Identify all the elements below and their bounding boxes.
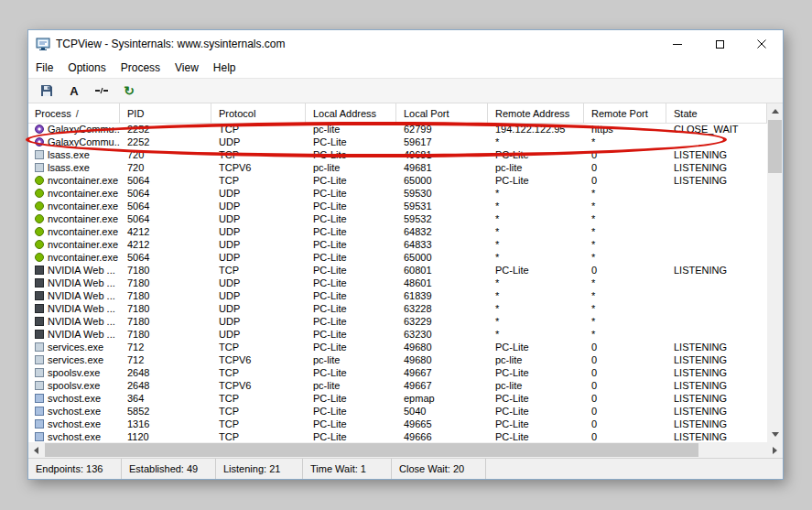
table-row[interactable]: NVIDIA Web ... 7180 UDP PC-Lite 48601 * … xyxy=(28,277,767,289)
cell-remote-address: * xyxy=(488,136,584,148)
close-icon xyxy=(757,39,766,49)
app-icon xyxy=(36,37,50,51)
cell-remote-address: pc-lite xyxy=(488,161,584,174)
cell-remote-port: * xyxy=(584,302,666,315)
vertical-scroll-thumb[interactable] xyxy=(768,120,782,173)
column-header[interactable]: Protocol xyxy=(211,103,306,123)
table-row[interactable]: svchost.exe 1316 TCP PC-Lite 49665 PC-Li… xyxy=(28,418,767,430)
menu-item[interactable]: File xyxy=(28,58,60,78)
table-row[interactable]: NVIDIA Web ... 7180 TCP PC-Lite 60801 PC… xyxy=(28,264,767,277)
column-header[interactable]: Local Address xyxy=(306,103,396,123)
column-header[interactable]: Process / xyxy=(28,103,120,123)
status-filler xyxy=(486,459,783,479)
close-button[interactable] xyxy=(741,30,783,58)
cell-state: LISTENING xyxy=(666,264,767,277)
cell-remote-address: PC-Lite xyxy=(488,392,584,405)
column-header[interactable]: PID xyxy=(120,103,211,123)
font-button[interactable]: A xyxy=(63,81,85,101)
scroll-right-button[interactable] xyxy=(767,442,783,458)
process-icon xyxy=(35,317,44,326)
column-header[interactable]: State xyxy=(666,103,767,123)
process-icon xyxy=(35,125,44,134)
cell-protocol: TCP xyxy=(211,418,306,430)
table-row[interactable]: nvcontainer.exe 4212 UDP PC-Lite 64832 *… xyxy=(28,225,767,238)
cell-remote-port: 0 xyxy=(584,392,666,405)
horizontal-scroll-thumb[interactable] xyxy=(45,443,698,457)
cell-protocol: TCPV6 xyxy=(211,379,306,392)
cell-remote-address: PC-Lite xyxy=(488,264,584,277)
scroll-left-button[interactable] xyxy=(28,442,44,458)
table-row[interactable]: nvcontainer.exe 5064 UDP PC-Lite 59531 *… xyxy=(28,200,767,212)
table-row[interactable]: svchost.exe 1120 TCP PC-Lite 49666 PC-Li… xyxy=(28,430,767,442)
cell-process: svchost.exe xyxy=(48,418,101,430)
column-header[interactable]: Local Port xyxy=(396,103,488,123)
table-row[interactable]: lsass.exe 720 TCPV6 pc-lite 49681 pc-lit… xyxy=(28,161,767,174)
cell-remote-address: 194.122.122.95 xyxy=(488,123,584,136)
table-row[interactable]: services.exe 712 TCPV6 pc-lite 49680 pc-… xyxy=(28,353,767,366)
scroll-down-button[interactable] xyxy=(767,427,783,442)
cell-protocol: UDP xyxy=(211,289,306,302)
process-icon xyxy=(35,432,44,441)
status-item-label: Listening: 21 xyxy=(223,463,280,474)
horizontal-scrollbar[interactable] xyxy=(28,442,783,458)
cell-state xyxy=(666,225,767,238)
column-header[interactable]: Remote Address xyxy=(488,103,584,123)
menu-item[interactable]: Process xyxy=(114,58,168,78)
arrow-up-icon xyxy=(772,109,779,114)
cell-state: LISTENING xyxy=(666,379,767,392)
cell-local-port: 5040 xyxy=(396,405,488,418)
cell-local-port: 59530 xyxy=(396,187,488,200)
cell-remote-port: * xyxy=(584,277,666,289)
table-row[interactable]: svchost.exe 364 TCP PC-Lite epmap PC-Lit… xyxy=(28,392,767,405)
save-button[interactable] xyxy=(36,81,58,101)
table-row[interactable]: nvcontainer.exe 5064 UDP PC-Lite 65000 *… xyxy=(28,251,767,264)
cell-pid: 5852 xyxy=(120,405,211,418)
cell-state: LISTENING xyxy=(666,148,767,161)
table-row[interactable]: svchost.exe 5852 TCP PC-Lite 5040 PC-Lit… xyxy=(28,405,767,418)
status-item: Endpoints: 136 xyxy=(28,459,122,479)
cell-local-port: 49681 xyxy=(396,148,488,161)
close-connection-button[interactable] xyxy=(91,81,113,101)
table-row[interactable]: services.exe 712 TCP PC-Lite 49680 PC-Li… xyxy=(28,341,767,353)
table-row[interactable]: NVIDIA Web ... 7180 UDP PC-Lite 63228 * … xyxy=(28,302,767,315)
table-row[interactable]: lsass.exe 720 TCP PC-Lite 49681 PC-Lite … xyxy=(28,148,767,161)
menu-item[interactable]: Options xyxy=(60,58,113,78)
column-label: Process xyxy=(35,108,71,119)
table-row[interactable]: spoolsv.exe 2648 TCP PC-Lite 49667 PC-Li… xyxy=(28,366,767,379)
table-row[interactable]: nvcontainer.exe 5064 UDP PC-Lite 59530 *… xyxy=(28,187,767,200)
cell-pid: 4212 xyxy=(120,225,211,238)
table-row[interactable]: NVIDIA Web ... 7180 UDP PC-Lite 61839 * … xyxy=(28,289,767,302)
maximize-button[interactable] xyxy=(698,30,741,58)
refresh-button[interactable]: ↻ xyxy=(118,81,140,101)
refresh-icon: ↻ xyxy=(124,84,135,97)
scroll-up-button[interactable] xyxy=(767,103,783,119)
cell-process: services.exe xyxy=(48,341,103,353)
cell-process: nvcontainer.exe xyxy=(48,225,118,238)
menu-item[interactable]: View xyxy=(168,58,206,78)
table-row[interactable]: GalaxyCommu... 2252 TCP pc-lite 62799 19… xyxy=(28,123,767,136)
cell-process: svchost.exe xyxy=(48,430,101,442)
cell-protocol: UDP xyxy=(211,187,306,200)
cell-remote-address: pc-lite xyxy=(488,353,584,366)
column-header[interactable]: Remote Port xyxy=(584,103,666,123)
cell-protocol: TCP xyxy=(211,174,306,187)
menu-item[interactable]: Help xyxy=(206,58,244,78)
cell-local-address: PC-Lite xyxy=(306,148,396,161)
table-row[interactable]: spoolsv.exe 2648 TCPV6 pc-lite 49667 pc-… xyxy=(28,379,767,392)
table-row[interactable]: NVIDIA Web ... 7180 UDP PC-Lite 63229 * … xyxy=(28,315,767,328)
cell-local-port: 63229 xyxy=(396,315,488,328)
table-row[interactable]: GalaxyCommu... 2252 UDP PC-Lite 59617 * … xyxy=(28,136,767,148)
table-row[interactable]: NVIDIA Web ... 7180 UDP PC-Lite 63230 * … xyxy=(28,328,767,341)
table-row[interactable]: nvcontainer.exe 5064 TCP PC-Lite 65000 P… xyxy=(28,174,767,187)
cell-process: nvcontainer.exe xyxy=(48,200,118,212)
cell-remote-port: * xyxy=(584,200,666,212)
cell-remote-address: PC-Lite xyxy=(488,405,584,418)
cell-remote-address: * xyxy=(488,212,584,225)
process-icon xyxy=(35,368,44,377)
cell-pid: 720 xyxy=(120,161,211,174)
table-row[interactable]: nvcontainer.exe 4212 UDP PC-Lite 64833 *… xyxy=(28,238,767,251)
minimize-button[interactable] xyxy=(656,30,698,58)
cell-remote-address: PC-Lite xyxy=(488,174,584,187)
vertical-scrollbar[interactable] xyxy=(767,103,783,442)
table-row[interactable]: nvcontainer.exe 5064 UDP PC-Lite 59532 *… xyxy=(28,212,767,225)
